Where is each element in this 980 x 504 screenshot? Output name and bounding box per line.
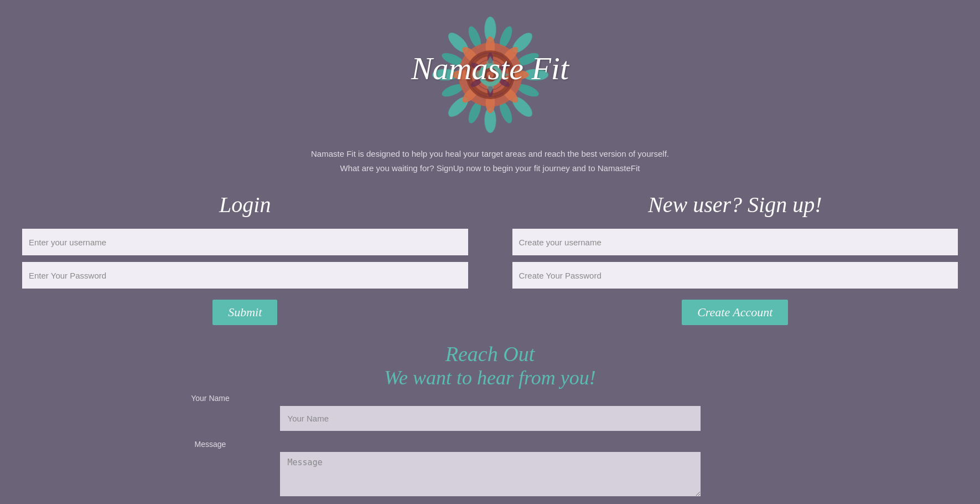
reach-out-title: Reach Out xyxy=(445,342,535,366)
login-password-input[interactable] xyxy=(22,262,468,289)
login-panel: Login Submit xyxy=(0,192,490,325)
create-account-button[interactable]: Create Account xyxy=(682,300,788,325)
signup-username-input[interactable] xyxy=(512,229,958,255)
submit-button[interactable]: Submit xyxy=(212,300,277,325)
contact-name-input[interactable] xyxy=(280,406,701,431)
auth-section: Login Submit New user? Sign up! Create A… xyxy=(0,175,980,336)
name-label: Your Name xyxy=(0,394,421,403)
signup-password-input[interactable] xyxy=(512,262,958,289)
app-title: Namaste Fit xyxy=(411,50,569,87)
page-container: Namaste Fit Namaste Fit is designed to h… xyxy=(0,0,980,504)
message-field-group: Message xyxy=(0,440,980,496)
logo-wrapper: Namaste Fit xyxy=(429,11,551,138)
signup-title: New user? Sign up! xyxy=(648,192,822,218)
message-label: Message xyxy=(0,440,421,449)
header-section: Namaste Fit Namaste Fit is designed to h… xyxy=(311,0,669,175)
name-field-group: Your Name xyxy=(0,394,980,440)
login-username-input[interactable] xyxy=(22,229,468,255)
tagline: Namaste Fit is designed to help you heal… xyxy=(311,147,669,175)
we-want-subtitle: We want to hear from you! xyxy=(384,366,595,389)
contact-message-textarea[interactable] xyxy=(280,452,701,496)
contact-form: Your Name Message xyxy=(0,394,980,496)
signup-panel: New user? Sign up! Create Account xyxy=(490,192,981,325)
tagline-line1: Namaste Fit is designed to help you heal… xyxy=(311,149,669,158)
login-title: Login xyxy=(219,192,271,218)
tagline-line2: What are you waiting for? SignUp now to … xyxy=(340,163,640,173)
contact-section: Reach Out We want to hear from you! Your… xyxy=(0,336,980,504)
